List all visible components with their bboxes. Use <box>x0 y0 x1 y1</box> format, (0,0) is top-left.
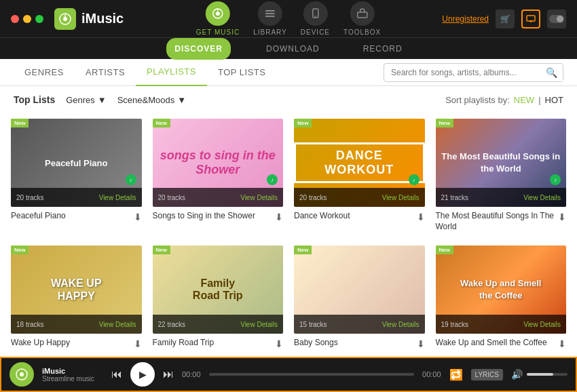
minimize-button[interactable] <box>23 15 31 23</box>
genres-dropdown[interactable]: Genres ▼ <box>66 95 107 105</box>
play-button[interactable]: ▶ <box>130 362 155 387</box>
playlist-card-dance-workout[interactable]: New DANCE WORKOUT ♪ 20 tracks View Detai… <box>294 119 425 235</box>
view-details-link[interactable]: View Details <box>240 321 278 328</box>
thumb-text-box: DANCE WORKOUT <box>294 142 425 183</box>
scene-moods-arrow-icon: ▼ <box>177 95 186 105</box>
repeat-button[interactable]: 🔁 <box>449 368 463 381</box>
playlist-card-songs-shower[interactable]: New songs to sing in the Shower ♪ 20 tra… <box>153 119 284 235</box>
get-music-icon <box>206 1 230 26</box>
view-details-link[interactable]: View Details <box>382 321 420 328</box>
view-details-link[interactable]: View Details <box>99 194 136 201</box>
lyrics-button[interactable]: LYRICS <box>471 369 503 380</box>
progress-bar[interactable] <box>209 373 415 376</box>
search-button[interactable]: 🔍 <box>540 64 563 81</box>
playlist-card-family-road-trip[interactable]: New FamilyRoad Trip 22 tracks View Detai… <box>153 246 284 352</box>
download-icon[interactable]: ⬇ <box>275 211 283 222</box>
screen-icon-button[interactable] <box>521 9 540 28</box>
scene-moods-dropdown[interactable]: Scene&Moods ▼ <box>117 95 186 105</box>
thumb-text: songs to sing in the Shower <box>153 143 284 182</box>
subnav-discover[interactable]: DISCOVER <box>166 38 231 60</box>
tab-top-lists[interactable]: TOP LISTS <box>207 59 277 86</box>
download-icon[interactable]: ⬇ <box>558 338 566 349</box>
download-icon[interactable]: ⬇ <box>134 211 142 222</box>
search-input[interactable] <box>384 68 540 77</box>
card-title: Wake Up Happy <box>11 338 131 349</box>
main-nav: GET MUSIC LIBRARY DEVICE <box>196 1 381 36</box>
svg-rect-11 <box>527 16 535 21</box>
tabs-bar: GENRES ARTISTS PLAYLISTS TOP LISTS 🔍 <box>0 59 577 86</box>
svg-rect-7 <box>265 16 275 17</box>
player-info: iMusic Streamline music <box>42 367 103 383</box>
spotify-logo-icon: ♪ <box>550 174 561 185</box>
view-details-link[interactable]: View Details <box>240 194 278 201</box>
nav-get-music[interactable]: GET MUSIC <box>196 1 240 36</box>
download-icon[interactable]: ⬇ <box>275 338 283 349</box>
playlist-card-wake-up-happy[interactable]: New WAKE UPHAPPY 18 tracks View Details … <box>11 246 142 352</box>
player-album-art <box>10 362 34 387</box>
card-bottom: Peaceful Piano ⬇ <box>11 207 142 225</box>
track-bar: 15 tracks View Details <box>294 315 425 334</box>
svg-point-15 <box>20 372 24 376</box>
player-subtitle: Streamline music <box>42 375 103 383</box>
subnav-record[interactable]: RECORD <box>355 38 411 60</box>
maximize-button[interactable] <box>35 15 43 23</box>
card-title: Baby Songs <box>294 338 414 349</box>
card-title: Dance Workout <box>294 211 414 222</box>
playlist-card-baby[interactable]: New 15 tracks View Details Baby Songs ⬇ <box>294 246 425 352</box>
nav-library-label: LIBRARY <box>253 28 287 36</box>
playlist-thumbnail: New Wake Up and Smellthe Coffee 19 track… <box>436 246 567 334</box>
track-count: 18 tracks <box>16 321 44 328</box>
download-icon[interactable]: ⬇ <box>417 338 425 349</box>
next-button[interactable]: ⏭ <box>163 368 174 380</box>
prev-button[interactable]: ⏮ <box>111 368 122 380</box>
playlist-card-peaceful-piano[interactable]: New Peaceful Piano ♪ 20 tracks View Deta… <box>11 119 142 235</box>
app-name: iMusic <box>81 11 124 26</box>
track-count: 20 tracks <box>158 194 186 201</box>
nav-toolbox[interactable]: TOOLBOX <box>343 1 381 36</box>
spotify-logo-icon: ♪ <box>126 174 136 185</box>
thumb-text: FamilyRoad Trip <box>193 277 243 302</box>
view-details-link[interactable]: View Details <box>523 194 561 201</box>
traffic-lights <box>11 15 43 23</box>
svg-rect-4 <box>217 9 219 11</box>
download-icon[interactable]: ⬇ <box>417 211 425 222</box>
unregistered-link[interactable]: Unregistered <box>442 14 489 24</box>
thumb-text: WAKE UPHAPPY <box>51 277 102 302</box>
svg-rect-6 <box>265 13 275 14</box>
download-icon[interactable]: ⬇ <box>134 338 142 349</box>
download-icon[interactable]: ⬇ <box>558 211 566 222</box>
view-details-link[interactable]: View Details <box>99 321 136 328</box>
thumb-text: DANCE WORKOUT <box>303 149 416 177</box>
tab-genres[interactable]: GENRES <box>14 59 75 86</box>
svg-rect-5 <box>265 10 275 12</box>
nav-library[interactable]: LIBRARY <box>253 1 287 36</box>
playlist-card-coffee[interactable]: New Wake Up and Smellthe Coffee 19 track… <box>436 246 567 352</box>
sort-hot-link[interactable]: HOT <box>545 95 563 105</box>
nav-device[interactable]: DEVICE <box>301 1 330 36</box>
subnav-download[interactable]: DOWNLOAD <box>258 38 328 60</box>
sort-area: Sort playlists by: NEW | HOT <box>445 95 563 105</box>
new-badge: New <box>153 119 170 128</box>
track-count: 21 tracks <box>441 194 469 201</box>
top-lists-label: Top Lists <box>14 94 55 105</box>
tab-playlists[interactable]: PLAYLISTS <box>136 59 207 86</box>
track-count: 19 tracks <box>441 321 469 328</box>
track-bar: 22 tracks View Details <box>153 315 284 334</box>
volume-bar[interactable] <box>527 373 567 376</box>
track-count: 15 tracks <box>299 321 327 328</box>
close-button[interactable] <box>11 15 19 23</box>
volume-fill <box>527 373 553 376</box>
tab-artists[interactable]: ARTISTS <box>75 59 136 86</box>
new-badge: New <box>11 119 29 128</box>
content-area: New Peaceful Piano ♪ 20 tracks View Deta… <box>0 113 577 354</box>
toggle-icon-button[interactable] <box>547 9 566 28</box>
cart-icon-button[interactable]: 🛒 <box>496 9 515 28</box>
sort-new-link[interactable]: NEW <box>514 95 534 105</box>
view-details-link[interactable]: View Details <box>523 321 561 328</box>
view-details-link[interactable]: View Details <box>382 194 420 201</box>
playlist-card-beautiful-songs[interactable]: New The Most Beautiful Songs in the Worl… <box>436 119 567 235</box>
track-bar: 20 tracks View Details <box>11 188 142 207</box>
track-count: 22 tracks <box>158 321 186 328</box>
svg-point-3 <box>216 12 220 16</box>
player-title: iMusic <box>42 367 103 375</box>
